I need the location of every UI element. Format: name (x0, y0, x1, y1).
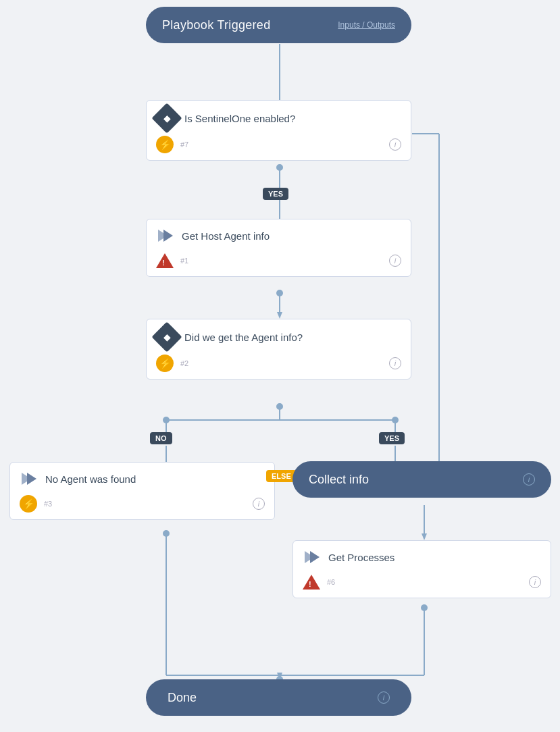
action3-badge (303, 573, 320, 591)
action2-label: No Agent was found (45, 473, 136, 485)
inputs-outputs-link[interactable]: Inputs / Outputs (338, 20, 395, 30)
condition2-node: ◆ Did we get the Agent info? ⚡ #2 i (146, 319, 411, 380)
svg-point-28 (276, 290, 283, 296)
condition1-footer: ⚡ #7 i (156, 136, 401, 153)
action3-num: #6 (327, 578, 335, 586)
condition2-title-row: ◆ Did we get the Agent info? (156, 326, 401, 348)
action3-node: Get Processes #6 i (292, 540, 551, 598)
svg-point-34 (392, 417, 399, 423)
svg-point-33 (163, 417, 170, 423)
done-node: Done i (146, 679, 411, 716)
svg-point-30 (163, 530, 170, 537)
action1-badge (156, 252, 174, 269)
action1-title-row: Get Host Agent info (156, 226, 401, 245)
collect-info-info[interactable]: i (523, 473, 535, 486)
done-title: Done (168, 691, 197, 705)
condition2-badge: ⚡ (156, 355, 174, 372)
action3-info[interactable]: i (529, 576, 541, 588)
condition2-footer: ⚡ #2 i (156, 355, 401, 372)
playbook-title: Playbook Triggered (162, 18, 271, 32)
yes-badge-1: YES (263, 188, 288, 200)
action2-node: No Agent was found ⚡ #3 i (9, 462, 275, 520)
action1-footer: #1 i (156, 252, 401, 269)
done-info[interactable]: i (378, 691, 390, 704)
no-badge: NO (150, 432, 172, 444)
action3-title-row: Get Processes (303, 548, 541, 567)
action3-footer: #6 i (303, 573, 541, 591)
collect-info-node: Collect info i (292, 461, 551, 498)
action3-label: Get Processes (328, 552, 394, 563)
canvas: Playbook Triggered Inputs / Outputs ◆ Is… (0, 0, 560, 732)
svg-point-31 (421, 604, 428, 611)
svg-marker-17 (422, 533, 427, 540)
condition1-title-row: ◆ Is SentinelOne enabled? (156, 107, 401, 129)
svg-point-27 (276, 164, 283, 171)
condition1-node: ◆ Is SentinelOne enabled? ⚡ #7 i (146, 100, 411, 161)
action1-info[interactable]: i (389, 255, 401, 267)
condition2-num: #2 (180, 359, 188, 367)
action1-icon (156, 226, 175, 245)
svg-marker-6 (277, 312, 282, 319)
playbook-triggered-node: Playbook Triggered Inputs / Outputs (146, 7, 411, 43)
diamond-icon-1: ◆ (151, 103, 182, 133)
condition1-info[interactable]: i (389, 138, 401, 151)
action1-label: Get Host Agent info (182, 230, 270, 242)
action1-num: #1 (180, 257, 188, 265)
condition2-label: Did we get the Agent info? (184, 332, 303, 343)
action2-badge: ⚡ (20, 495, 37, 513)
condition2-info[interactable]: i (389, 357, 401, 369)
action2-num: #3 (44, 500, 52, 508)
yes-badge-2: YES (379, 432, 405, 444)
collect-info-title: Collect info (309, 473, 369, 487)
svg-point-29 (276, 403, 283, 410)
else-badge: ELSE (266, 470, 297, 482)
condition1-badge: ⚡ (156, 136, 174, 153)
action2-icon (20, 469, 39, 488)
condition1-label: Is SentinelOne enabled? (184, 113, 295, 124)
diamond-icon-2: ◆ (151, 321, 182, 352)
action1-node: Get Host Agent info #1 i (146, 219, 411, 277)
action2-title-row: No Agent was found (20, 469, 265, 488)
condition1-num: #7 (180, 140, 188, 149)
action2-footer: ⚡ #3 i (20, 495, 265, 513)
action2-info[interactable]: i (253, 498, 265, 510)
action3-icon (303, 548, 322, 567)
svg-marker-20 (277, 673, 282, 679)
